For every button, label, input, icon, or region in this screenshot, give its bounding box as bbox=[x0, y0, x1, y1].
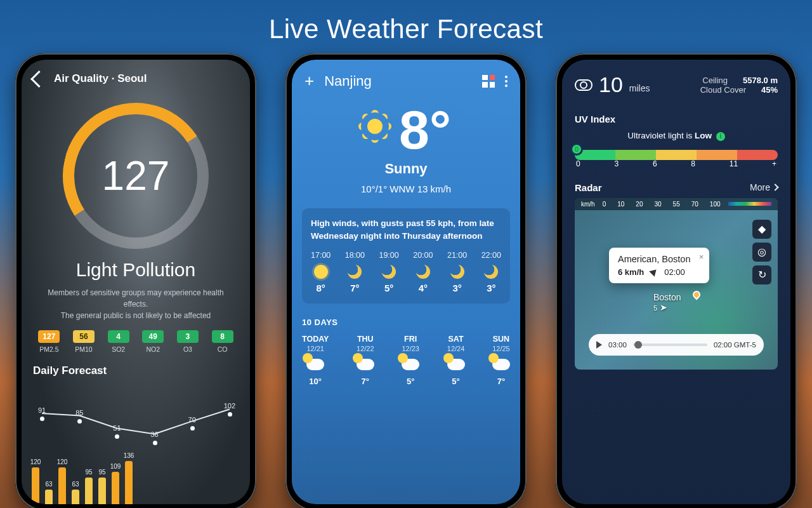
back-icon[interactable] bbox=[30, 70, 48, 88]
phone-radar: 10 miles Ceiling5578.0 m Cloud Cover45% … bbox=[556, 53, 797, 508]
hour-col: 21:00 3° bbox=[447, 251, 467, 293]
hourly-card[interactable]: High winds, with gusts past 55 kph, from… bbox=[302, 208, 510, 304]
map-city-label: Boston 5 ➤ bbox=[653, 292, 681, 312]
pin-time: 02:00 bbox=[664, 267, 685, 277]
aqi-bar: 95 bbox=[85, 478, 93, 504]
refresh-icon[interactable]: ↻ bbox=[752, 265, 771, 284]
player-end-time: 02:00 GMT-5 bbox=[714, 341, 756, 349]
pollutant-value: 127 bbox=[38, 330, 60, 343]
cloud-cover-label: Cloud Cover bbox=[700, 85, 746, 95]
legend-tick: 0 bbox=[603, 201, 606, 208]
pollutant-name: NO2 bbox=[142, 345, 164, 353]
more-menu-icon[interactable] bbox=[505, 76, 508, 87]
aqi-bar: 120 bbox=[32, 467, 39, 504]
hi-lo-wind: 10°/1° WNW 13 km/h bbox=[292, 184, 520, 194]
line-point-label: 36 bbox=[150, 431, 158, 438]
uv-marker: 0 bbox=[570, 143, 583, 156]
partly-cloudy-icon bbox=[402, 359, 419, 370]
aqi-value: 127 bbox=[63, 103, 209, 249]
widgets-icon[interactable] bbox=[482, 75, 495, 88]
uv-scale-labels: 036811+ bbox=[575, 159, 778, 168]
partly-cloudy-icon bbox=[492, 359, 510, 370]
phone-forecast: + Nanjing 8° Sunny 10°/1° WNW 13 km/h Hi… bbox=[285, 53, 527, 508]
ten-days-row[interactable]: TODAY 12/21 10° THU 12/22 7° FRI 12/23 5… bbox=[302, 335, 510, 386]
uv-section: UV Index Ultraviolet light is Low i 0 03… bbox=[575, 114, 778, 168]
close-icon[interactable]: × bbox=[699, 252, 704, 262]
line-point-label: 51 bbox=[113, 424, 121, 432]
day-col: THU 12/22 7° bbox=[357, 335, 374, 386]
visibility-value: 10 bbox=[599, 72, 623, 97]
play-icon[interactable] bbox=[596, 341, 602, 349]
uv-status-text: Ultraviolet light is Low i bbox=[575, 131, 778, 141]
uv-tick: 8 bbox=[691, 159, 695, 168]
phones-row: Air Quality · Seoul 127 Light Pollution … bbox=[0, 53, 812, 508]
pollutant-value: 3 bbox=[177, 330, 199, 343]
line-point-label: 70 bbox=[188, 416, 196, 424]
moon-icon bbox=[484, 265, 498, 279]
pollutant-O3[interactable]: 3 O3 bbox=[177, 330, 199, 353]
player-track[interactable] bbox=[633, 344, 707, 346]
pollutant-name: CO bbox=[212, 345, 233, 353]
city-name[interactable]: Nanjing bbox=[324, 73, 472, 90]
player-start-time: 03:00 bbox=[608, 341, 627, 349]
pollutant-name: PM2.5 bbox=[38, 345, 60, 353]
pollutant-PM2.5[interactable]: 127 PM2.5 bbox=[38, 330, 60, 353]
aqi-description: Members of sensitive groups may experien… bbox=[22, 281, 250, 330]
pollutant-value: 4 bbox=[108, 330, 129, 343]
pollutant-value: 8 bbox=[212, 330, 233, 343]
pollutant-SO2[interactable]: 4 SO2 bbox=[108, 330, 129, 353]
hour-col: 20:00 4° bbox=[413, 251, 433, 293]
locate-icon[interactable]: ◎ bbox=[752, 243, 771, 262]
radar-map[interactable]: km/h 01020305570100 ◆ ◎ ↻ × American, Bo… bbox=[575, 198, 778, 370]
partly-cloudy-icon bbox=[447, 359, 465, 370]
radar-more-link[interactable]: More bbox=[750, 182, 778, 192]
map-info-card[interactable]: × American, Boston 6 km/h 02:00 bbox=[609, 248, 709, 283]
promo-title: Live Weather Forecast bbox=[0, 0, 812, 53]
pollutant-CO[interactable]: 8 CO bbox=[212, 330, 233, 353]
line-point-dot bbox=[190, 426, 195, 431]
pollutant-value: 49 bbox=[142, 330, 164, 343]
pollutant-NO2[interactable]: 49 NO2 bbox=[142, 330, 164, 353]
partly-cloudy-icon bbox=[357, 359, 374, 370]
phone-air-quality: Air Quality · Seoul 127 Light Pollution … bbox=[15, 53, 256, 508]
day-col: SUN 12/25 7° bbox=[492, 335, 510, 386]
time-player[interactable]: 03:00 02:00 GMT-5 bbox=[589, 334, 764, 356]
moon-icon bbox=[416, 265, 430, 279]
visibility-unit: miles bbox=[629, 83, 650, 93]
aqi-bar: 63 bbox=[45, 490, 53, 504]
uv-tick: 6 bbox=[653, 159, 657, 168]
legend-tick: 20 bbox=[636, 201, 643, 208]
day-col: FRI 12/23 5° bbox=[402, 335, 419, 386]
layers-icon[interactable]: ◆ bbox=[752, 220, 771, 239]
pollutants-row: 127 PM2.5 56 PM10 4 SO2 49 NO2 3 O3 8 CO bbox=[22, 330, 250, 353]
player-handle[interactable] bbox=[634, 341, 642, 349]
aqi-bar: 95 bbox=[98, 478, 106, 504]
aqi-bar: 136 bbox=[125, 461, 133, 504]
map-legend: km/h 01020305570100 bbox=[575, 198, 778, 210]
uv-tick: 3 bbox=[614, 159, 619, 168]
uv-tick: 11 bbox=[730, 159, 738, 168]
legend-tick: 30 bbox=[654, 201, 661, 208]
weather-alert: High winds, with gusts past 55 kph, from… bbox=[311, 217, 501, 242]
info-icon[interactable]: i bbox=[716, 132, 725, 141]
pollutant-value: 56 bbox=[73, 330, 95, 343]
legend-tick: 70 bbox=[691, 201, 698, 208]
sun-icon bbox=[314, 265, 328, 279]
radar-title: Radar bbox=[575, 182, 602, 193]
day-col: SAT 12/24 5° bbox=[447, 335, 465, 386]
line-point-label: 91 bbox=[38, 406, 46, 414]
line-point-label: 102 bbox=[224, 402, 235, 410]
aqi-bar: 63 bbox=[72, 490, 79, 504]
hour-col: 18:00 7° bbox=[345, 251, 365, 293]
add-location-icon[interactable]: + bbox=[304, 71, 314, 91]
uv-scale-bar bbox=[575, 150, 778, 160]
line-point-label: 85 bbox=[75, 409, 83, 417]
header-title: Air Quality · Seoul bbox=[54, 72, 147, 85]
aqi-bar: 120 bbox=[58, 467, 66, 504]
eye-icon bbox=[575, 79, 593, 91]
pollutant-PM10[interactable]: 56 PM10 bbox=[73, 330, 95, 353]
chevron-right-icon bbox=[771, 184, 778, 190]
pollutant-name: SO2 bbox=[108, 345, 129, 353]
condition-text: Sunny bbox=[292, 161, 520, 177]
moon-icon bbox=[382, 265, 396, 279]
